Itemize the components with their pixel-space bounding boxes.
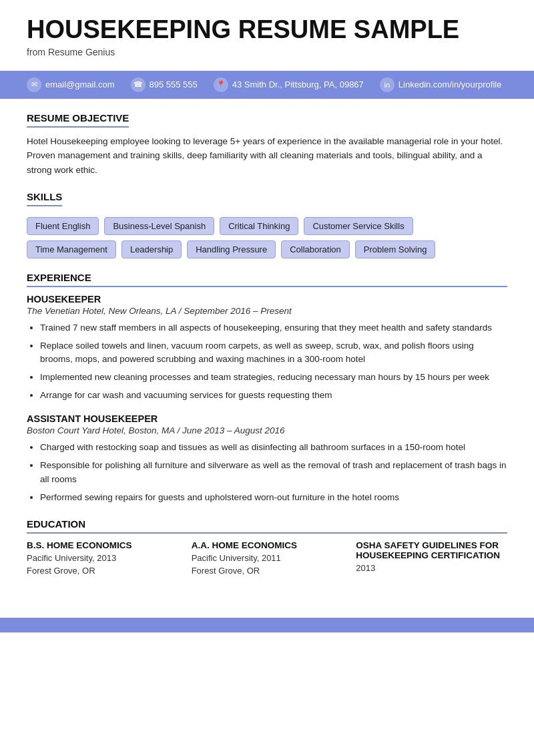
edu-degree: OSHA SAFETY GUIDELINES FOR HOUSEKEEPING … — [356, 540, 507, 560]
job-company: The Venetian Hotel, New Orleans, LA / Se… — [27, 306, 507, 316]
edu-school: Pacific University, 2013 — [27, 552, 178, 565]
location-icon: 📍 — [214, 77, 228, 92]
page-title: HOUSEKEEPING RESUME SAMPLE — [27, 16, 507, 44]
list-item: Replace soiled towels and linen, vacuum … — [40, 339, 507, 367]
linkedin-icon: in — [380, 77, 394, 92]
edu-column: B.S. HOME ECONOMICSPacific University, 2… — [27, 540, 178, 578]
job-block: ASSISTANT HOUSEKEEPERBoston Court Yard H… — [27, 413, 507, 505]
job-title: HOUSEKEEPER — [27, 294, 507, 305]
edu-location: Forest Grove, OR — [27, 564, 178, 578]
footer-bar — [0, 618, 534, 632]
contact-email: ✉ email@gmail.com — [27, 77, 115, 92]
list-item: Implemented new cleaning processes and t… — [40, 371, 507, 385]
edu-column: A.A. HOME ECONOMICSPacific University, 2… — [192, 540, 343, 578]
job-title: ASSISTANT HOUSEKEEPER — [27, 413, 507, 424]
edu-degree: A.A. HOME ECONOMICS — [192, 540, 343, 550]
experience-section: EXPERIENCE HOUSEKEEPERThe Venetian Hotel… — [27, 272, 507, 505]
list-item: Performed sewing repairs for guests and … — [40, 491, 507, 505]
job-company: Boston Court Yard Hotel, Boston, MA / Ju… — [27, 425, 507, 435]
job-bullets: Charged with restocking soap and tissues… — [40, 441, 507, 505]
education-grid: B.S. HOME ECONOMICSPacific University, 2… — [27, 540, 507, 578]
job-block: HOUSEKEEPERThe Venetian Hotel, New Orlea… — [27, 294, 507, 403]
skills-title: SKILLS — [27, 191, 62, 206]
source-label: from Resume Genius — [27, 47, 507, 57]
skill-badge: Leadership — [121, 240, 182, 258]
edu-school: Pacific University, 2011 — [192, 552, 343, 565]
contact-linkedin: in Linkedin.com/in/yourprofile — [380, 77, 502, 92]
edu-degree: B.S. HOME ECONOMICS — [27, 540, 178, 550]
contact-bar: ✉ email@gmail.com ☎ 895 555 555 📍 43 Smi… — [0, 71, 534, 99]
job-bullets: Trained 7 new staff members in all aspec… — [40, 321, 507, 403]
skill-badge: Business-Level Spanish — [104, 217, 214, 235]
contact-phone: ☎ 895 555 555 — [131, 77, 198, 92]
edu-location: Forest Grove, OR — [192, 564, 343, 578]
skill-badge: Critical Thinking — [220, 217, 298, 235]
skill-badge: Handling Pressure — [187, 240, 276, 258]
main-content: RESUME OBJECTIVE Hotel Housekeeping empl… — [0, 99, 534, 611]
objective-title: RESUME OBJECTIVE — [27, 112, 129, 128]
list-item: Trained 7 new staff members in all aspec… — [40, 321, 507, 335]
edu-column: OSHA SAFETY GUIDELINES FOR HOUSEKEEPING … — [356, 540, 507, 578]
experience-title: EXPERIENCE — [27, 272, 507, 287]
list-item: Charged with restocking soap and tissues… — [40, 441, 507, 455]
experience-jobs: HOUSEKEEPERThe Venetian Hotel, New Orlea… — [27, 294, 507, 505]
skill-badge: Problem Solving — [355, 240, 436, 258]
skill-badge: Customer Service Skills — [304, 217, 413, 235]
education-title: EDUCATION — [27, 518, 507, 534]
header: HOUSEKEEPING RESUME SAMPLE from Resume G… — [0, 0, 534, 71]
skills-section: SKILLS Fluent EnglishBusiness-Level Span… — [27, 191, 507, 258]
skill-badge: Fluent English — [27, 217, 99, 235]
list-item: Responsible for polishing all furniture … — [40, 459, 507, 487]
education-section: EDUCATION B.S. HOME ECONOMICSPacific Uni… — [27, 518, 507, 578]
edu-year: 2013 — [356, 562, 507, 575]
objective-text: Hotel Housekeeping employee looking to l… — [27, 134, 507, 178]
skill-badge: Collaboration — [281, 240, 350, 258]
phone-icon: ☎ — [131, 77, 146, 92]
list-item: Arrange for car wash and vacuuming servi… — [40, 389, 507, 403]
objective-section: RESUME OBJECTIVE Hotel Housekeeping empl… — [27, 112, 507, 178]
skill-badge: Time Management — [27, 240, 116, 258]
email-icon: ✉ — [27, 77, 41, 92]
contact-address: 📍 43 Smith Dr., Pittsburg, PA, 09867 — [214, 77, 364, 92]
skills-container: Fluent EnglishBusiness-Level SpanishCrit… — [27, 217, 507, 258]
